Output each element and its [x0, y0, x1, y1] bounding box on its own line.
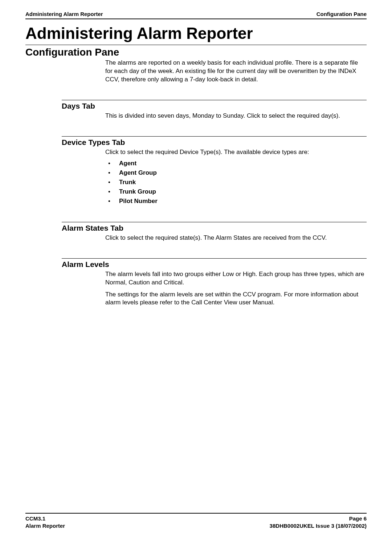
section-device-types-tab: Device Types Tab Click to select the req… [62, 136, 367, 206]
device-types-list: Agent Agent Group Trunk Trunk Group Pilo… [105, 159, 367, 206]
footer-right-line2: 38DHB0002UKEL Issue 3 (18/07/2002) [270, 522, 367, 530]
section-rule [62, 258, 367, 259]
section-alarm-levels: Alarm Levels The alarm levels fall into … [62, 258, 367, 307]
section-rule [62, 222, 367, 222]
section-alarm-states-tab: Alarm States Tab Click to select the req… [62, 222, 367, 242]
page-footer: CCM3.1 Alarm Reporter Page 6 38DHB0002UK… [25, 513, 367, 530]
alarm-levels-para1: The alarm levels fall into two groups ei… [105, 270, 367, 287]
main-title: Administering Alarm Reporter [25, 24, 367, 45]
intro-paragraph: The alarms are reported on a weekly basi… [105, 59, 367, 84]
list-item: Agent [105, 159, 367, 168]
footer-left-line1: CCM3.1 [25, 515, 65, 522]
list-item: Agent Group [105, 168, 367, 178]
alarm-levels-para2: The settings for the alarm levels are se… [105, 291, 367, 307]
section-heading-configuration-pane: Configuration Pane [25, 46, 367, 58]
footer-left-line2: Alarm Reporter [25, 522, 65, 530]
list-item: Trunk Group [105, 187, 367, 197]
header-left: Administering Alarm Reporter [25, 11, 103, 17]
heading-days-tab: Days Tab [62, 102, 367, 110]
days-tab-text: This is divided into seven days, Monday … [105, 112, 367, 120]
list-item: Trunk [105, 178, 367, 187]
heading-alarm-states-tab: Alarm States Tab [62, 224, 367, 232]
footer-right-line1: Page 6 [270, 515, 367, 522]
device-types-text: Click to select the required Device Type… [105, 148, 367, 157]
footer-left: CCM3.1 Alarm Reporter [25, 515, 65, 530]
section-days-tab: Days Tab This is divided into seven days… [62, 100, 367, 120]
section-rule [62, 100, 367, 100]
heading-alarm-levels: Alarm Levels [62, 260, 367, 269]
alarm-states-text: Click to select the required state(s). T… [105, 234, 367, 242]
heading-device-types-tab: Device Types Tab [62, 138, 367, 147]
list-item: Pilot Number [105, 197, 367, 206]
page-header: Administering Alarm Reporter Configurati… [25, 11, 367, 19]
footer-right: Page 6 38DHB0002UKEL Issue 3 (18/07/2002… [270, 515, 367, 530]
header-right: Configuration Pane [317, 11, 367, 17]
section-rule [62, 136, 367, 137]
